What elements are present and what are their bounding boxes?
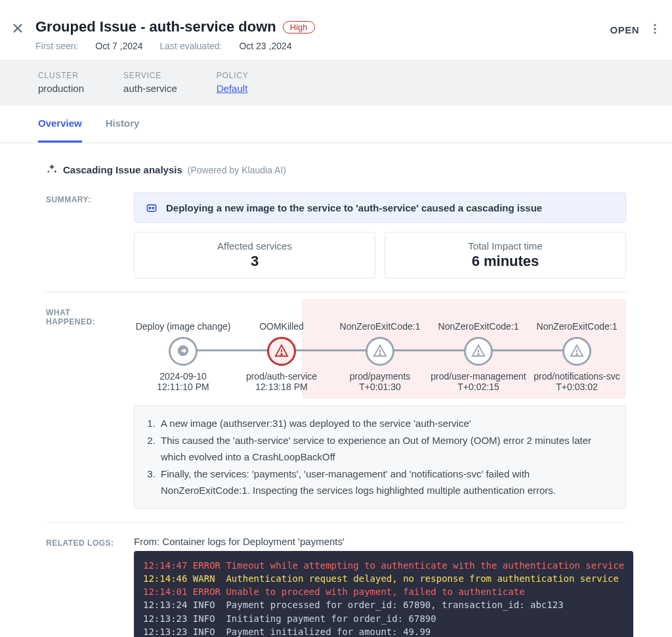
log-box: 12:14:47 ERROR Timeout while attempting … <box>134 551 633 638</box>
log-from-label: From: Container logs for Deployment 'pay… <box>134 536 633 547</box>
affected-services-label: Affected services <box>142 240 367 252</box>
arrow-right-icon <box>176 343 190 360</box>
page-title: Grouped Issue - auth-service down <box>35 18 276 35</box>
timeline-node-notifications: NonZeroExitCode:1 prod/notifications-svc… <box>528 321 626 392</box>
impact-time-label: Total Impact time <box>393 240 618 252</box>
explain-item: Finally, the services: 'payments', 'user… <box>158 466 614 499</box>
svg-rect-5 <box>147 205 156 211</box>
log-line: 12:13:23 INFO Initiating payment for ord… <box>143 612 624 625</box>
svg-point-14 <box>478 353 479 355</box>
warning-icon <box>373 343 387 360</box>
svg-point-4 <box>654 32 656 33</box>
kebab-menu-icon[interactable] <box>648 22 662 37</box>
policy-link[interactable]: Default <box>217 83 249 94</box>
service-label: SERVICE <box>123 71 177 80</box>
tab-overview[interactable]: Overview <box>38 106 82 143</box>
warning-icon <box>570 343 584 360</box>
analysis-powered-by: (Powered by Klaudia AI) <box>188 165 286 175</box>
close-icon[interactable] <box>10 21 25 37</box>
bot-icon <box>145 201 158 214</box>
warning-icon <box>471 343 486 360</box>
impact-time-value: 6 minutes <box>393 253 618 270</box>
svg-point-2 <box>654 24 656 26</box>
explanation-box: A new image (authserver:31) was deployed… <box>134 405 626 509</box>
log-line: 12:14:46 WARN Authentication request del… <box>143 572 624 585</box>
svg-point-12 <box>379 353 381 355</box>
last-evaluated-value: Oct 23 ,2024 <box>239 41 291 51</box>
summary-banner-text: Deploying a new image to the service to … <box>166 202 542 213</box>
log-line: 12:13:24 INFO Payment processed for orde… <box>143 598 624 611</box>
sparkle-icon <box>46 163 58 177</box>
cluster-value: production <box>38 83 84 94</box>
last-evaluated-label: Last evaluated: <box>160 41 222 51</box>
log-line: 12:13:23 INFO Payment initialized for am… <box>143 625 624 637</box>
timeline-node-oomkilled: OOMKilled prod/auth-service 12:13:18 PM <box>232 321 331 392</box>
warning-icon <box>274 343 289 360</box>
log-line: 12:14:01 ERROR Unable to proceed with pa… <box>143 585 624 598</box>
service-value: auth-service <box>123 83 177 94</box>
svg-point-3 <box>654 28 656 30</box>
summary-section-label: SUMMARY: <box>46 192 118 278</box>
explain-item: A new image (authserver:31) was deployed… <box>158 415 614 432</box>
analysis-title: Cascading Issue analysis <box>63 164 182 175</box>
affected-services-value: 3 <box>142 253 367 270</box>
timeline-node-user-management: NonZeroExitCode:1 prod/user-management T… <box>429 321 528 392</box>
svg-point-10 <box>281 353 282 355</box>
first-seen-value: Oct 7 ,2024 <box>95 41 142 51</box>
what-happened-label: WHAT HAPPENED: <box>46 305 118 509</box>
policy-label: POLICY <box>217 71 249 80</box>
affected-services-card: Affected services 3 <box>134 232 375 278</box>
svg-point-6 <box>149 208 151 209</box>
severity-badge: High <box>283 21 315 33</box>
status-button[interactable]: OPEN <box>610 24 639 35</box>
svg-point-7 <box>152 208 154 209</box>
impact-time-card: Total Impact time 6 minutes <box>385 232 626 278</box>
tab-history[interactable]: History <box>106 106 140 143</box>
timeline-node-payments: NonZeroExitCode:1 prod/payments T+0:01:3… <box>331 321 429 392</box>
svg-point-16 <box>576 353 578 355</box>
first-seen-label: First seen: <box>35 41 78 51</box>
cluster-label: CLUSTER <box>38 71 84 80</box>
log-line: 12:14:47 ERROR Timeout while attempting … <box>143 559 624 572</box>
explain-item: This caused the 'auth-service' service t… <box>158 432 614 466</box>
timeline-node-deploy: Deploy (image change) 2024-09-10 12:11:1… <box>134 321 232 392</box>
related-logs-label: RELATED LOGS: <box>46 536 118 638</box>
